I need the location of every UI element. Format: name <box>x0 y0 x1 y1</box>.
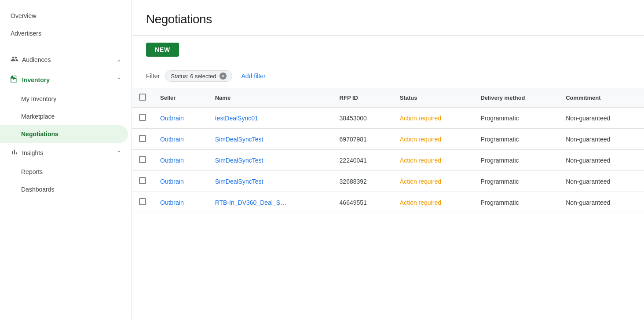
main-content: Negotiations NEW Filter Status: 6 select… <box>132 0 644 319</box>
filter-chip-close-icon[interactable]: ✕ <box>220 72 227 80</box>
row-status-4: Action required <box>393 192 474 213</box>
row-checkbox-0[interactable] <box>139 114 146 121</box>
status-filter-chip[interactable]: Status: 6 selected ✕ <box>165 70 232 82</box>
sidebar-item-overview[interactable]: Overview <box>0 7 132 25</box>
row-checkbox-2[interactable] <box>139 156 146 163</box>
chevron-up-insights-icon: ⌃ <box>117 150 121 156</box>
deal-name-link-2[interactable]: SimDealSyncTest <box>215 157 263 164</box>
sidebar-item-audiences[interactable]: Audiences ⌄ <box>0 50 132 70</box>
row-checkbox-cell <box>132 171 153 192</box>
table-row: Outbrain SimDealSyncTest 22240041 Action… <box>132 150 644 171</box>
sidebar-negotiations-label: Negotiations <box>21 130 59 138</box>
row-seller-0: Outbrain <box>153 108 208 129</box>
row-commitment-0: Non-guaranteed <box>559 108 644 129</box>
row-status-1: Action required <box>393 129 474 150</box>
seller-link-1[interactable]: Outbrain <box>160 136 184 143</box>
row-rfp-1: 69707981 <box>333 129 393 150</box>
sidebar-overview-label: Overview <box>11 12 36 19</box>
col-commitment: Commitment <box>559 88 644 108</box>
row-commitment-2: Non-guaranteed <box>559 150 644 171</box>
chevron-up-icon: ⌃ <box>117 77 121 83</box>
deal-name-link-3[interactable]: SimDealSyncTest <box>215 178 263 185</box>
sidebar-item-reports[interactable]: Reports <box>0 163 132 181</box>
row-rfp-4: 46649551 <box>333 192 393 213</box>
sidebar-item-negotiations[interactable]: Negotiations <box>0 125 128 143</box>
sidebar-item-inventory[interactable]: Inventory ⌃ <box>0 70 132 90</box>
row-checkbox-3[interactable] <box>139 177 146 184</box>
row-checkbox-1[interactable] <box>139 135 146 142</box>
seller-link-2[interactable]: Outbrain <box>160 157 184 164</box>
people-icon <box>11 55 18 65</box>
new-button[interactable]: NEW <box>146 43 179 57</box>
sidebar-audiences-label: Audiences <box>22 56 51 63</box>
row-commitment-3: Non-guaranteed <box>559 171 644 192</box>
row-delivery-3: Programmatic <box>473 171 559 192</box>
deal-name-link-4[interactable]: RTB-In_DV360_Deal_S… <box>215 199 286 206</box>
chevron-down-icon: ⌄ <box>117 57 121 63</box>
sidebar-dashboards-label: Dashboards <box>21 186 55 193</box>
table-row: Outbrain RTB-In_DV360_Deal_S… 46649551 A… <box>132 192 644 213</box>
status-badge-0: Action required <box>400 115 441 122</box>
deal-name-link-0[interactable]: testDealSync01 <box>215 115 258 122</box>
filter-chip-label: Status: 6 selected <box>171 73 216 80</box>
sidebar-reports-label: Reports <box>21 168 43 175</box>
add-filter-button[interactable]: Add filter <box>238 71 269 81</box>
bar-chart-icon <box>11 148 18 158</box>
col-checkbox <box>132 88 153 108</box>
row-delivery-0: Programmatic <box>473 108 559 129</box>
toolbar: NEW <box>132 36 644 64</box>
row-checkbox-4[interactable] <box>139 198 146 205</box>
row-seller-4: Outbrain <box>153 192 208 213</box>
negotiations-table-container: Seller Name RFP ID Status Delivery metho… <box>132 88 644 319</box>
sidebar-my-inventory-label: My Inventory <box>21 95 56 102</box>
status-badge-3: Action required <box>400 178 441 185</box>
table-row: Outbrain testDealSync01 38453000 Action … <box>132 108 644 129</box>
row-checkbox-cell <box>132 192 153 213</box>
row-checkbox-cell <box>132 150 153 171</box>
filter-bar: Filter Status: 6 selected ✕ Add filter <box>132 64 644 88</box>
sidebar-item-insights[interactable]: Insights ⌃ <box>0 143 132 163</box>
seller-link-0[interactable]: Outbrain <box>160 115 184 122</box>
row-seller-2: Outbrain <box>153 150 208 171</box>
row-status-0: Action required <box>393 108 474 129</box>
col-rfp-id: RFP ID <box>333 88 393 108</box>
row-delivery-4: Programmatic <box>473 192 559 213</box>
select-all-checkbox[interactable] <box>139 94 146 101</box>
row-seller-1: Outbrain <box>153 129 208 150</box>
row-commitment-4: Non-guaranteed <box>559 192 644 213</box>
page-title: Negotiations <box>146 12 630 26</box>
sidebar-item-my-inventory[interactable]: My Inventory <box>0 90 132 108</box>
col-seller: Seller <box>153 88 208 108</box>
status-badge-1: Action required <box>400 136 441 143</box>
table-row: Outbrain SimDealSyncTest 32688392 Action… <box>132 171 644 192</box>
sidebar-item-marketplace[interactable]: Marketplace <box>0 108 132 125</box>
status-badge-2: Action required <box>400 157 441 164</box>
sidebar-insights-label: Insights <box>22 149 43 156</box>
col-status: Status <box>393 88 474 108</box>
deal-name-link-1[interactable]: SimDealSyncTest <box>215 136 263 143</box>
row-delivery-1: Programmatic <box>473 129 559 150</box>
row-status-3: Action required <box>393 171 474 192</box>
row-checkbox-cell <box>132 108 153 129</box>
sidebar: Overview Advertisers Audiences ⌄ Invento… <box>0 0 132 319</box>
sidebar-item-advertisers[interactable]: Advertisers <box>0 25 132 42</box>
col-delivery-method: Delivery method <box>473 88 559 108</box>
seller-link-4[interactable]: Outbrain <box>160 199 184 206</box>
col-name: Name <box>208 88 333 108</box>
row-rfp-3: 32688392 <box>333 171 393 192</box>
status-badge-4: Action required <box>400 199 441 206</box>
row-status-2: Action required <box>393 150 474 171</box>
row-commitment-1: Non-guaranteed <box>559 129 644 150</box>
row-name-3: SimDealSyncTest <box>208 171 333 192</box>
sidebar-item-dashboards[interactable]: Dashboards <box>0 181 132 198</box>
seller-link-3[interactable]: Outbrain <box>160 178 184 185</box>
row-name-2: SimDealSyncTest <box>208 150 333 171</box>
row-name-1: SimDealSyncTest <box>208 129 333 150</box>
row-delivery-2: Programmatic <box>473 150 559 171</box>
negotiations-table: Seller Name RFP ID Status Delivery metho… <box>132 88 644 213</box>
table-row: Outbrain SimDealSyncTest 69707981 Action… <box>132 129 644 150</box>
filter-label: Filter <box>146 72 160 80</box>
page-header: Negotiations <box>132 0 644 36</box>
sidebar-marketplace-label: Marketplace <box>21 113 55 120</box>
table-header-row: Seller Name RFP ID Status Delivery metho… <box>132 88 644 108</box>
